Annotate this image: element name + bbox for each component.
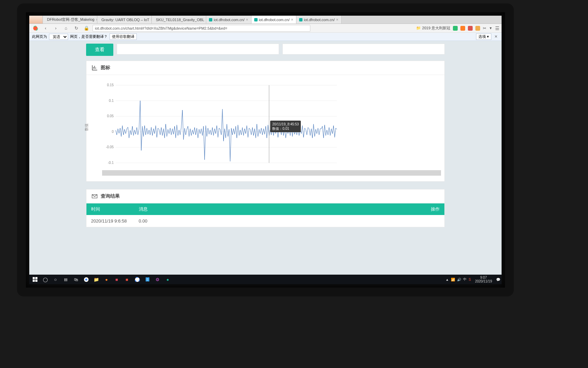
nav-forward-icon[interactable]: ›: [52, 25, 60, 32]
app-icon[interactable]: ●: [163, 276, 172, 283]
bookmark-item[interactable]: 📁 2019 意大利新冠: [416, 26, 451, 31]
menu-icon[interactable]: ☰: [495, 26, 500, 31]
extension-icon[interactable]: [475, 26, 480, 31]
home-icon[interactable]: ⌂: [62, 25, 70, 32]
translate-lang-select[interactable]: 英语: [49, 34, 68, 40]
browser-tab[interactable]: iot.dfrobot.com.cn/×: [296, 16, 342, 24]
browser-tab[interactable]: iot.dfrobot.com.cn/×: [251, 16, 297, 24]
extension-icon[interactable]: [460, 26, 465, 31]
clock-date: 2020/11/19: [475, 279, 492, 283]
app-icon[interactable]: [133, 276, 142, 283]
scissors-icon[interactable]: ✂: [483, 26, 486, 31]
volume-icon[interactable]: 🔊: [457, 278, 461, 281]
page-scroll[interactable]: 查看 图标 数值 -0.1-0.0500.050.10.15: [29, 41, 502, 275]
view-button[interactable]: 查看: [86, 44, 113, 56]
start-button[interactable]: [31, 276, 39, 283]
translate-bar: 此网页为 英语 网页，是否需要翻译？ 使用谷歌翻译 选项 ▾ ✕: [29, 33, 502, 41]
app-logo-icon: [31, 25, 39, 32]
extension-icon[interactable]: [468, 26, 473, 31]
reload-icon[interactable]: ↻: [72, 25, 80, 32]
svg-text:-0.05: -0.05: [106, 145, 114, 149]
app-icon[interactable]: ■: [112, 276, 121, 283]
extension-icon[interactable]: [453, 26, 458, 31]
svg-rect-18: [35, 280, 37, 282]
page-viewport: 查看 图标 数值 -0.1-0.0500.050.10.15: [29, 41, 502, 275]
cell-msg: 0.00: [139, 218, 440, 224]
envelope-icon: [91, 193, 98, 200]
tab-label: iot.dfrobot.com.cn/: [304, 18, 335, 22]
col-msg-header: 消息: [139, 206, 420, 212]
task-view-icon[interactable]: ▤: [61, 276, 70, 283]
col-op-header: 操作: [419, 206, 440, 212]
taskbar-clock[interactable]: 9:07 2020/11/19: [473, 276, 494, 283]
results-panel: 查询结果 时间 消息 操作 2020/11/19 9:6:580.00: [86, 189, 445, 227]
chart-area: 数值 -0.1-0.0500.050.10.15 20/11/19_8:45:5…: [86, 75, 445, 181]
store-icon[interactable]: 🛍: [71, 276, 80, 283]
clock-time: 9:07: [475, 276, 492, 279]
search-icon[interactable]: ◯: [41, 276, 50, 283]
browser-tab[interactable]: SKU_TEL0118_Gravity_OBL×: [152, 16, 206, 24]
notifications-icon[interactable]: 💬: [496, 278, 500, 281]
browser-tab-strip: DFRobot官网-岱客_Makelog×Gravity: UART OBLOQ…: [29, 16, 502, 24]
translate-button[interactable]: 使用谷歌翻译: [110, 33, 137, 40]
results-title: 查询结果: [101, 193, 120, 199]
tray-up-icon[interactable]: ▲: [445, 278, 449, 281]
address-bar: ‹ › ⌂ ↻ 🔒 iot.dfrobot.com.cn/chart.html#…: [29, 24, 502, 33]
folder-icon: 📁: [416, 26, 421, 30]
filter-input[interactable]: [282, 44, 445, 55]
translate-close-icon[interactable]: ✕: [493, 34, 499, 40]
svg-point-20: [85, 278, 87, 280]
firefox-icon[interactable]: ●: [102, 276, 111, 283]
line-chart[interactable]: -0.1-0.0500.050.10.15: [102, 80, 340, 168]
url-text: iot.dfrobot.com.cn/chart.html#?dId=XsZBh…: [95, 26, 227, 30]
svg-text:0.15: 0.15: [107, 83, 114, 87]
favicon-icon: [254, 18, 258, 21]
table-row: 2020/11/19 9:6:580.00: [86, 215, 445, 227]
chevron-down-icon[interactable]: ▼: [489, 26, 492, 30]
app-icon[interactable]: ■: [122, 276, 131, 283]
translate-prefix: 此网页为: [32, 34, 47, 39]
tab-label: SKU_TEL0118_Gravity_OBL: [156, 18, 204, 22]
y-axis-label: 数值: [84, 123, 89, 131]
cell-time: 2020/11/19 9:6:58: [91, 218, 139, 224]
system-tray: ▲ 📶 🔊 中 S 9:07 2020/11/19 💬: [445, 276, 500, 283]
tray-icon[interactable]: S: [469, 278, 471, 281]
chart-icon: [91, 64, 98, 71]
svg-text:0.1: 0.1: [109, 99, 114, 103]
explorer-icon[interactable]: 📁: [92, 276, 101, 283]
browser-tab[interactable]: iot.dfrobot.com.cn/×: [206, 16, 251, 24]
bookmark-label: 2019 意大利新冠: [422, 26, 451, 31]
filter-input[interactable]: [117, 44, 279, 55]
tab-close-icon[interactable]: ×: [246, 17, 248, 22]
tab-close-icon[interactable]: ×: [336, 17, 339, 22]
svg-text:-0.1: -0.1: [108, 161, 114, 165]
screen: DFRobot官网-岱客_Makelog×Gravity: UART OBLOQ…: [29, 16, 502, 284]
url-input[interactable]: iot.dfrobot.com.cn/chart.html#?dId=XsZBh…: [93, 25, 310, 32]
app-icon[interactable]: ▯: [143, 276, 152, 283]
browser-tab[interactable]: Gravity: UART OBLOQ – IoT×: [97, 16, 152, 24]
col-time-header: 时间: [91, 206, 139, 212]
browser-tab[interactable]: DFRobot官网-岱客_Makelog×: [43, 16, 97, 24]
tab-label: iot.dfrobot.com.cn/: [214, 18, 245, 22]
tab-close-icon[interactable]: ×: [291, 17, 293, 22]
x-axis-labels-block: [102, 170, 441, 176]
svg-text:0.05: 0.05: [107, 114, 114, 118]
translate-options-button[interactable]: 选项 ▾: [476, 33, 491, 40]
user-avatar[interactable]: [29, 16, 43, 24]
chrome-icon[interactable]: [82, 276, 91, 283]
svg-rect-15: [33, 277, 35, 279]
ime-icon[interactable]: 中: [463, 277, 467, 282]
results-header-row: 时间 消息 操作: [86, 203, 445, 215]
laptop-frame: DFRobot官网-岱客_Makelog×Gravity: UART OBLOQ…: [17, 3, 514, 296]
toolbar-right: 📁 2019 意大利新冠 ✂ ▼ ☰: [416, 26, 500, 31]
windows-taskbar: ◯ ○ ▤ 🛍 📁 ● ■ ■ ▯ ⚙ ● ▲ 📶 🔊 中 S: [29, 275, 502, 284]
filter-row: 查看: [86, 41, 445, 61]
favicon-icon: [299, 18, 303, 21]
nav-back-icon[interactable]: ‹: [42, 25, 50, 32]
wifi-icon[interactable]: 📶: [451, 278, 455, 281]
svg-text:0: 0: [112, 130, 114, 134]
chart-panel: 图标 数值 -0.1-0.0500.050.10.15 20/11/19_8:4…: [86, 61, 445, 182]
favicon-icon: [209, 18, 212, 21]
settings-icon[interactable]: ⚙: [153, 276, 162, 283]
cortana-icon[interactable]: ○: [51, 276, 60, 283]
